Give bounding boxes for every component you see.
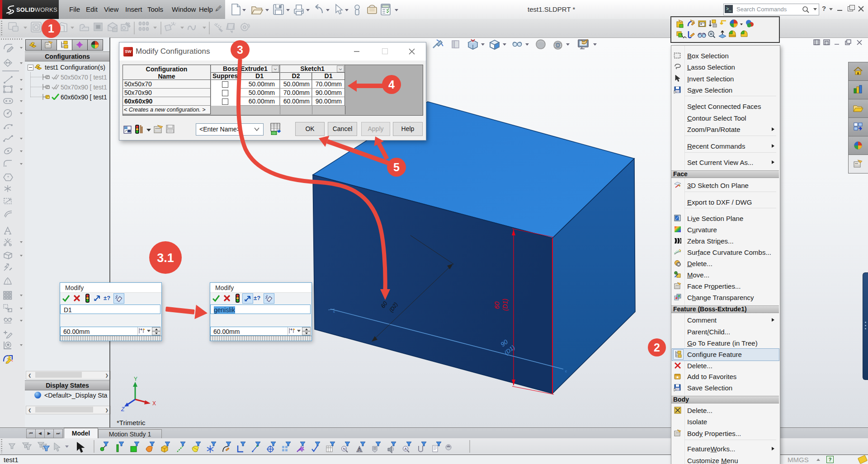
svg-text:(D1): (D1)	[501, 299, 509, 311]
svg-text:A: A	[358, 447, 361, 452]
svg-text:Z: Z	[121, 406, 125, 412]
svg-text:c: c	[333, 309, 335, 314]
svg-text:A: A	[405, 447, 407, 451]
svg-text:*Trimetric: *Trimetric	[117, 419, 146, 427]
svg-text:N: N	[343, 447, 346, 451]
svg-text:60: 60	[493, 301, 500, 309]
svg-text:c: c	[565, 369, 567, 373]
svg-text:Y: Y	[134, 376, 137, 382]
svg-text:X: X	[152, 400, 156, 407]
